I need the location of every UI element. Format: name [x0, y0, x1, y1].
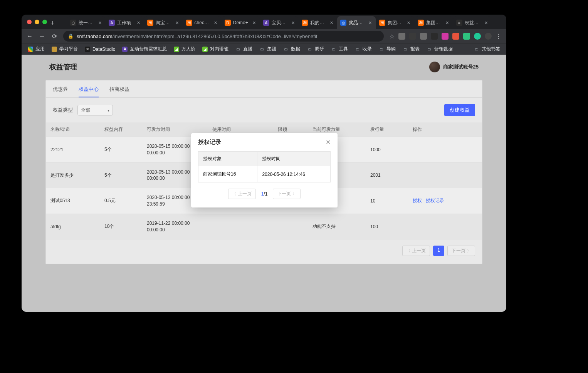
modal-overlay: 授权记录 ✕ 授权对象 授权时间 商家测试帐号16 2020-05-26 12:…	[22, 55, 506, 312]
tab-title: Demo+	[233, 20, 250, 25]
bookmark-folder[interactable]: 🗀工具	[329, 45, 350, 53]
browser-tab[interactable]: ◎ 奖品管理 ✕	[337, 16, 375, 29]
bookmark-item[interactable]: 应用	[25, 45, 47, 53]
bookmark-item[interactable]: A互动营销需求汇总	[120, 45, 169, 53]
tab-title: 集团权益	[426, 20, 443, 26]
bookmark-folder[interactable]: 🗀营销数据	[424, 45, 455, 53]
close-tab-icon[interactable]: ✕	[175, 20, 180, 25]
close-tab-icon[interactable]: ✕	[291, 20, 295, 25]
browser-tab[interactable]: 淘 集团权益 ✕	[376, 16, 414, 29]
tab-title: check (7	[195, 20, 211, 25]
favicon-icon: ≡	[456, 20, 462, 26]
extension-icon[interactable]	[420, 33, 427, 40]
kebab-menu-icon[interactable]: ⋮	[496, 33, 502, 40]
bookmark-label: 互动营销需求汇总	[130, 46, 167, 52]
modal-col-target: 授权对象	[198, 152, 257, 166]
close-tab-icon[interactable]: ✕	[213, 20, 218, 25]
modal-title: 授权记录	[198, 139, 221, 146]
browser-tabs: ◌ 统一登录 ✕A 工作项 ✕淘 淘宝直播 ✕淘 check (7 ✕D Dem…	[67, 15, 492, 29]
auth-record-modal: 授权记录 ✕ 授权对象 授权时间 商家测试帐号16 2020-05-26 12:…	[191, 133, 338, 207]
close-tab-icon[interactable]: ✕	[97, 20, 102, 25]
maximize-window-button[interactable]	[42, 20, 47, 24]
new-tab-button[interactable]: +	[47, 17, 58, 27]
bookmark-label: 数据	[291, 46, 300, 52]
bookmark-favicon-icon: ◢	[202, 47, 208, 52]
forward-button[interactable]: →	[39, 33, 45, 40]
bookmark-label: DataStudio	[92, 47, 115, 52]
bookmark-folder[interactable]: 🗀数据	[281, 45, 302, 53]
bookmark-favicon-icon: A	[122, 47, 128, 52]
close-tab-icon[interactable]: ✕	[368, 20, 373, 25]
browser-tab[interactable]: 淘 check (7 ✕	[183, 16, 221, 29]
bookmark-item[interactable]: 学习平台	[49, 45, 80, 53]
bookmark-label: 导购	[386, 46, 396, 52]
close-tab-icon[interactable]: ✕	[136, 20, 141, 25]
close-tab-icon[interactable]: ✕	[252, 20, 257, 25]
browser-tab[interactable]: 淘 淘宝直播 ✕	[144, 16, 182, 29]
folder-icon: 🗀	[355, 47, 360, 52]
folder-icon: 🗀	[331, 47, 336, 52]
page-viewport: 权益管理 商家测试账号25 优惠券权益中心招商权益 权益类型 全部 ▾ 创建权益	[22, 55, 506, 312]
chevron-right-icon: 〉	[292, 191, 296, 197]
bookmark-label: 报表	[410, 46, 420, 52]
bookmark-label: 直播	[243, 46, 252, 52]
address-bar[interactable]: 🔒 smf.taobao.com/investment/inviter.htm?…	[63, 31, 384, 42]
browser-tab[interactable]: A 工作项 ✕	[106, 16, 144, 29]
bookmark-item[interactable]: ◢万人阶	[171, 45, 198, 53]
bookmark-label: 学习平台	[59, 46, 78, 52]
bookmark-folder[interactable]: 🗀收录	[353, 45, 374, 53]
bookmark-item[interactable]: ✕DataStudio	[82, 46, 118, 53]
star-icon[interactable]: ☆	[389, 33, 395, 40]
folder-icon: 🗀	[307, 47, 312, 52]
modal-close-button[interactable]: ✕	[326, 139, 331, 146]
favicon-icon: 淘	[418, 20, 424, 26]
extension-icon[interactable]	[398, 33, 405, 40]
folder-icon: 🗀	[283, 47, 289, 52]
folder-icon: 🗀	[474, 47, 479, 52]
extension-icon[interactable]	[431, 33, 438, 40]
tab-title: 奖品管理	[349, 20, 365, 26]
extension-icon[interactable]	[463, 33, 470, 40]
reload-button[interactable]: ⟳	[51, 33, 58, 40]
lock-icon: 🔒	[68, 33, 74, 39]
modal-row: 商家测试帐号16 2020-05-26 12:14:46	[198, 166, 331, 182]
minimize-window-button[interactable]	[35, 20, 39, 24]
browser-tab[interactable]: 淘 集团权益 ✕	[415, 16, 453, 29]
bookmark-folder[interactable]: 🗀调研	[305, 45, 326, 53]
profile-avatar-icon[interactable]	[485, 33, 492, 40]
bookmark-folder[interactable]: 🗀集团	[257, 45, 279, 53]
close-tab-icon[interactable]: ✕	[407, 20, 411, 25]
bookmark-label: 对内语雀	[210, 46, 228, 52]
bookmark-label: 万人阶	[181, 46, 195, 52]
other-bookmarks[interactable]: 🗀其他书签	[472, 45, 502, 53]
browser-tab[interactable]: A 宝贝口袋 ✕	[260, 16, 298, 29]
bookmark-folder[interactable]: 🗀报表	[400, 45, 422, 53]
favicon-icon: ◎	[340, 20, 346, 26]
extension-icon[interactable]	[442, 33, 449, 40]
tab-title: 工作项	[117, 20, 134, 26]
folder-icon: 🗀	[259, 47, 265, 52]
extension-icon[interactable]	[452, 33, 459, 40]
browser-tab[interactable]: 淘 我的直播 ✕	[299, 16, 337, 29]
bookmark-folder[interactable]: 🗀直播	[233, 45, 255, 53]
bookmark-favicon-icon: ✕	[85, 47, 90, 52]
back-button[interactable]: ←	[26, 33, 33, 40]
close-tab-icon[interactable]: ✕	[484, 20, 488, 25]
modal-next-button[interactable]: 下一页 〉	[273, 189, 301, 199]
extension-icon[interactable]	[409, 33, 416, 40]
modal-prev-button[interactable]: 〈 上一页	[228, 189, 256, 199]
bookmark-folder[interactable]: 🗀导购	[376, 45, 398, 53]
close-tab-icon[interactable]: ✕	[329, 20, 334, 25]
favicon-icon: 淘	[302, 20, 308, 26]
folder-icon: 🗀	[235, 47, 241, 52]
close-tab-icon[interactable]: ✕	[445, 20, 450, 25]
browser-tab[interactable]: ≡ 权益投放 ✕	[453, 16, 491, 29]
browser-tab[interactable]: ◌ 统一登录 ✕	[67, 16, 105, 29]
favicon-icon: A	[109, 20, 115, 26]
bookmark-item[interactable]: ◢对内语雀	[200, 45, 231, 53]
modal-cell-time: 2020-05-26 12:14:46	[257, 166, 331, 182]
browser-tab[interactable]: D Demo+ ✕	[222, 16, 260, 29]
extension-icon[interactable]	[474, 33, 481, 40]
close-window-button[interactable]	[27, 20, 32, 24]
apps-icon	[28, 47, 33, 52]
